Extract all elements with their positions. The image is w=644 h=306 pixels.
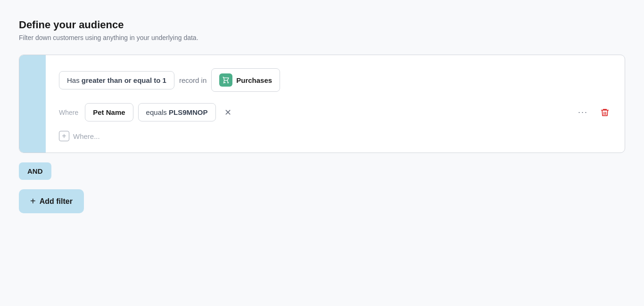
purchases-label: Purchases — [236, 76, 272, 84]
condition-text-prefix: Has — [67, 76, 82, 84]
condition-text-bold: greater than or equal to 1 — [82, 76, 166, 84]
add-where-icon[interactable]: + — [59, 131, 69, 141]
value-prefix: equals — [146, 108, 169, 116]
and-button[interactable]: AND — [19, 162, 51, 180]
purchases-button[interactable]: Purchases — [211, 68, 280, 92]
trash-icon — [600, 108, 610, 117]
more-options-button[interactable]: ··· — [574, 105, 592, 119]
add-filter-label: Add filter — [40, 197, 73, 206]
filter-main-row: Has greater than or equal to 1 record in… — [59, 68, 613, 92]
where-label: Where — [59, 109, 78, 116]
purchases-icon — [219, 73, 232, 87]
page-subtitle: Filter down customers using anything in … — [19, 34, 625, 41]
add-where-label[interactable]: Where... — [73, 132, 100, 140]
add-where-row[interactable]: + Where... — [59, 131, 613, 141]
delete-filter-button[interactable] — [596, 106, 613, 119]
value-button[interactable]: equals PLS9MNOP — [138, 103, 216, 121]
condition-button[interactable]: Has greater than or equal to 1 — [59, 71, 174, 89]
remove-condition-button[interactable]: ✕ — [221, 105, 235, 120]
plus-icon: + — [30, 196, 36, 207]
filter-card-sidebar — [19, 55, 46, 153]
value-bold: PLS9MNOP — [169, 108, 208, 116]
filter-card-body: Has greater than or equal to 1 record in… — [46, 55, 625, 153]
record-in-label: record in — [179, 76, 206, 84]
page-title: Define your audience — [19, 19, 625, 31]
field-button[interactable]: Pet Name — [85, 103, 133, 121]
where-row: Where Pet Name equals PLS9MNOP ✕ ··· — [59, 103, 613, 121]
filter-card: Has greater than or equal to 1 record in… — [19, 55, 625, 153]
add-filter-button[interactable]: + Add filter — [19, 189, 84, 213]
